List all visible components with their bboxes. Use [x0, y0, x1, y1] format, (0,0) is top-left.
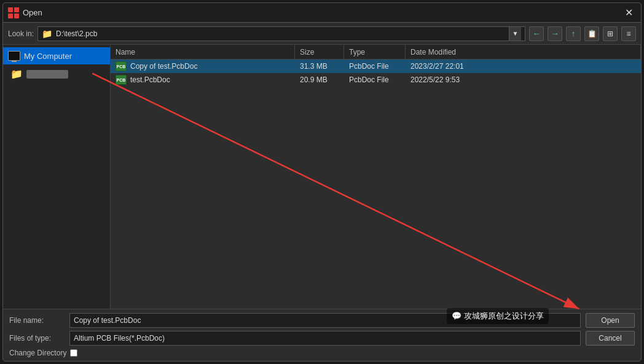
files-of-type-label: Files of type: [9, 334, 65, 343]
bottom-area: File name: Open Files of type: Cancel Ch… [3, 309, 641, 361]
folder-icon: 📁 [42, 29, 52, 39]
files-type-row: Files of type: Cancel [9, 331, 635, 346]
col-header-type[interactable]: Type [344, 45, 406, 59]
lookin-label: Look in: [8, 29, 34, 38]
close-button[interactable]: ✕ [621, 6, 636, 20]
file-name: test.PcbDoc [130, 76, 170, 84]
file-header: Name Size Type Date Modified [111, 45, 641, 60]
dialog-title: Open [23, 8, 42, 17]
open-button[interactable]: Open [586, 313, 635, 328]
col-header-date[interactable]: Date Modified [406, 45, 641, 59]
file-cell-date: 2023/2/27 22:01 [406, 60, 641, 73]
sidebar-item-folder[interactable]: 📁 ████████ [3, 64, 110, 83]
title-bar-left: Open [8, 7, 42, 18]
folder-icon: 📁 [10, 68, 23, 80]
list-icon: ≡ [626, 29, 630, 38]
forward-icon: → [551, 29, 559, 38]
file-cell-name: PCB test.PcbDoc [111, 73, 295, 87]
file-cell-type: PcbDoc File [344, 73, 406, 87]
title-bar: Open ✕ [3, 3, 641, 23]
file-cell-name: PCB Copy of test.PcbDoc [111, 60, 295, 73]
file-cell-date: 2022/5/22 9:53 [406, 73, 641, 87]
grid-icon: ⊞ [607, 29, 613, 38]
file-list: PCB Copy of test.PcbDoc 31.3 MB PcbDoc F… [111, 60, 641, 309]
nav-grid-button[interactable]: ⊞ [603, 26, 618, 41]
change-directory-checkbox[interactable] [70, 349, 77, 357]
nav-forward-button[interactable]: → [548, 26, 562, 41]
nav-list-button[interactable]: ≡ [621, 26, 636, 41]
cancel-button[interactable]: Cancel [586, 331, 635, 346]
toolbar: Look in: 📁 D:\test\2.pcb ▼ ← → ↑ 📋 ⊞ ≡ [3, 23, 641, 45]
sidebar-item-computer[interactable]: My Computer [3, 47, 110, 64]
path-dropdown-button[interactable]: ▼ [509, 27, 521, 41]
computer-icon [8, 51, 20, 61]
sidebar-folder-label: ████████ [26, 70, 68, 79]
open-dialog: Open ✕ Look in: 📁 D:\test\2.pcb ▼ ← → ↑ … [2, 2, 642, 362]
file-name-input[interactable] [69, 313, 581, 328]
pcb-file-icon: PCB [116, 75, 127, 85]
file-area: Name Size Type Date Modified PCB Copy of… [111, 45, 641, 309]
col-header-size[interactable]: Size [295, 45, 344, 59]
main-area: My Computer 📁 ████████ Name Size Type [3, 45, 641, 309]
files-of-type-input[interactable] [69, 331, 581, 346]
file-name-row: File name: Open [9, 313, 635, 328]
path-text: D:\test\2.pcb [56, 29, 505, 38]
file-name-label: File name: [9, 316, 65, 325]
nav-up-button[interactable]: ↑ [566, 26, 581, 41]
app-icon [8, 7, 19, 18]
table-row[interactable]: PCB Copy of test.PcbDoc 31.3 MB PcbDoc F… [111, 60, 641, 73]
file-name: Copy of test.PcbDoc [130, 62, 197, 71]
sidebar: My Computer 📁 ████████ [3, 45, 111, 309]
nav-recent-button[interactable]: 📋 [584, 26, 599, 41]
pcb-file-icon: PCB [116, 61, 127, 71]
col-header-name[interactable]: Name [111, 45, 295, 59]
file-cell-size: 31.3 MB [295, 60, 344, 73]
nav-back-button[interactable]: ← [529, 26, 544, 41]
file-cell-size: 20.9 MB [295, 73, 344, 87]
recent-icon: 📋 [587, 29, 597, 38]
table-row[interactable]: PCB test.PcbDoc 20.9 MB PcbDoc File 2022… [111, 73, 641, 87]
change-dir-row: Change Directory [9, 349, 635, 357]
sidebar-computer-label: My Computer [24, 52, 72, 61]
up-icon: ↑ [571, 29, 576, 38]
change-directory-label: Change Directory [9, 349, 66, 357]
path-combo[interactable]: 📁 D:\test\2.pcb ▼ [37, 26, 525, 41]
back-icon: ← [533, 29, 541, 38]
file-cell-type: PcbDoc File [344, 60, 406, 73]
